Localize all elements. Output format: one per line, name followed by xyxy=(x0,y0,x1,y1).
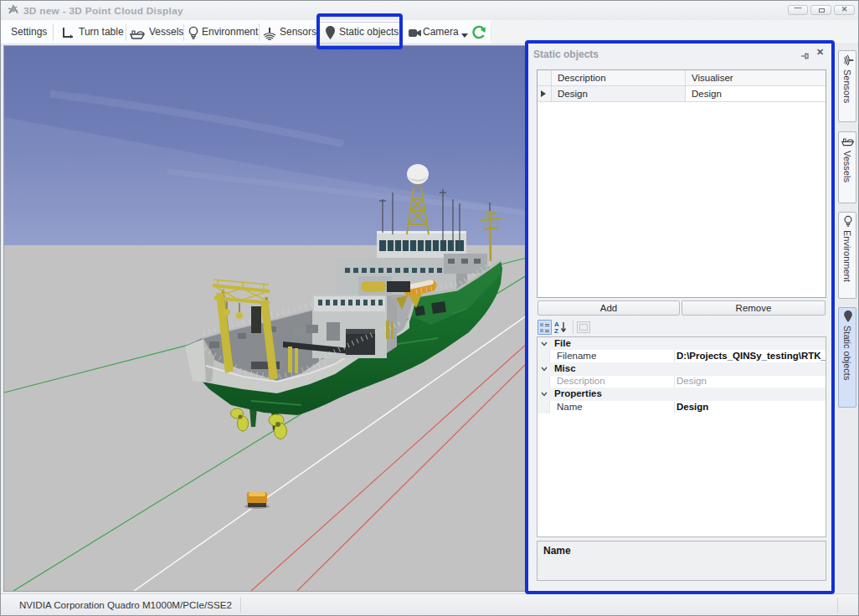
svg-text:Z: Z xyxy=(554,327,558,334)
